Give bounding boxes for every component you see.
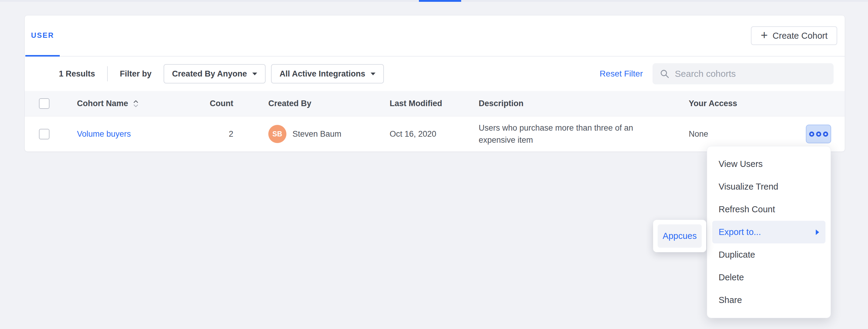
cohorts-panel: USER + Create Cohort 1 Results Filter by… xyxy=(25,15,845,152)
integrations-dropdown[interactable]: All Active Integrations xyxy=(271,64,384,83)
cohort-count: 2 xyxy=(167,130,233,139)
panel-tabbar: USER + Create Cohort xyxy=(25,16,845,57)
sort-icon xyxy=(132,99,139,108)
dot-icon xyxy=(816,132,821,137)
last-modified-date: Oct 16, 2020 xyxy=(390,130,479,139)
column-header-description: Description xyxy=(479,99,689,108)
create-cohort-label: Create Cohort xyxy=(773,31,828,41)
dot-icon xyxy=(809,132,814,137)
row-actions-button[interactable] xyxy=(806,125,831,143)
menu-item-refresh-count[interactable]: Refresh Count xyxy=(707,198,831,221)
create-cohort-button[interactable]: + Create Cohort xyxy=(751,26,837,45)
tab-user[interactable]: USER xyxy=(25,16,60,57)
cohort-description: Users who purchase more than three of an… xyxy=(479,122,648,146)
cohort-name-link[interactable]: Volume buyers xyxy=(77,130,131,138)
filter-divider xyxy=(107,66,108,81)
search-icon xyxy=(660,69,670,79)
reset-filter-link[interactable]: Reset Filter xyxy=(600,69,643,79)
column-header-count: Count xyxy=(167,99,233,108)
menu-item-visualize-trend[interactable]: Visualize Trend xyxy=(707,175,831,198)
chevron-down-icon xyxy=(371,73,375,75)
search-cohorts-box[interactable] xyxy=(652,63,834,84)
created-by-name: Steven Baum xyxy=(292,130,341,139)
menu-item-export-to-label: Export to... xyxy=(719,227,761,237)
column-header-your-access: Your Access xyxy=(689,99,845,108)
submenu-item-appcues[interactable]: Appcues xyxy=(658,224,702,248)
table-header: Cohort Name Count Created By Last Modifi… xyxy=(25,91,845,116)
dot-icon xyxy=(823,132,828,137)
column-header-created-by: Created By xyxy=(233,99,390,108)
export-submenu: Appcues xyxy=(653,220,706,252)
submenu-arrow-icon xyxy=(816,229,819,235)
row-actions-menu: View Users Visualize Trend Refresh Count… xyxy=(707,146,831,318)
column-header-last-modified: Last Modified xyxy=(390,99,479,108)
plus-icon: + xyxy=(761,29,768,41)
menu-item-export-to[interactable]: Export to... xyxy=(712,221,826,243)
filter-bar: 1 Results Filter by Created By Anyone Al… xyxy=(25,57,845,91)
top-nav-strip xyxy=(0,0,868,2)
column-header-cohort-name[interactable]: Cohort Name xyxy=(77,99,167,108)
avatar: SB xyxy=(268,125,286,143)
menu-item-share[interactable]: Share xyxy=(707,289,831,311)
filter-by-label: Filter by xyxy=(120,69,152,79)
menu-item-view-users[interactable]: View Users xyxy=(707,153,831,175)
results-count: 1 Results xyxy=(59,69,95,79)
menu-item-delete[interactable]: Delete xyxy=(707,266,831,289)
chevron-down-icon xyxy=(252,73,257,75)
search-input[interactable] xyxy=(675,68,826,79)
your-access-value: None xyxy=(689,130,708,139)
menu-item-duplicate[interactable]: Duplicate xyxy=(707,243,831,266)
top-nav-active-tab-indicator[interactable] xyxy=(419,0,461,2)
row-checkbox[interactable] xyxy=(39,129,50,139)
integrations-dropdown-label: All Active Integrations xyxy=(279,69,365,79)
created-by-dropdown[interactable]: Created By Anyone xyxy=(163,64,266,83)
created-by-dropdown-label: Created By Anyone xyxy=(172,69,247,79)
select-all-checkbox[interactable] xyxy=(39,98,50,109)
